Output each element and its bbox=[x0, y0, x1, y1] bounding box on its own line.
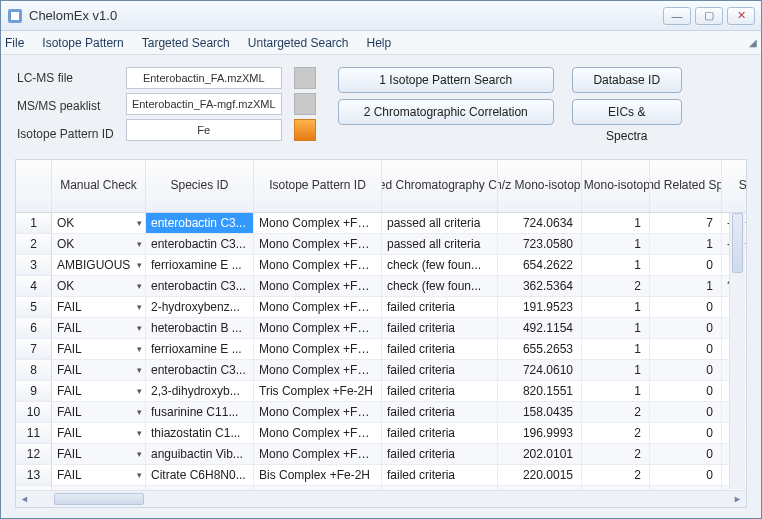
table-row[interactable]: 6FAIL▾heterobactin B ...Mono Complex +Fe… bbox=[16, 318, 746, 339]
col-iso[interactable]: Isotope Pattern ID bbox=[254, 160, 382, 212]
chevron-down-icon[interactable]: ▾ bbox=[137, 318, 142, 338]
menu-untargeted-search[interactable]: Untargeted Search bbox=[248, 36, 349, 50]
vertical-scrollbar[interactable] bbox=[729, 213, 745, 489]
chevron-down-icon[interactable]: ▾ bbox=[137, 360, 142, 380]
iso-cell: Mono Complex +Fe-3H bbox=[254, 318, 382, 338]
msms-browse-button[interactable] bbox=[294, 93, 316, 115]
vscroll-thumb[interactable] bbox=[732, 213, 743, 273]
chevron-down-icon[interactable]: ▾ bbox=[137, 444, 142, 464]
close-button[interactable]: ✕ bbox=[727, 7, 755, 25]
mz-cell: 820.1551 bbox=[498, 381, 582, 401]
manual-check-cell[interactable]: OK▾ bbox=[52, 213, 146, 233]
table-row[interactable]: 4OK▾enterobactin C3...Mono Complex +Fe-3… bbox=[16, 276, 746, 297]
manual-check-cell[interactable]: FAIL▾ bbox=[52, 318, 146, 338]
table-row[interactable]: 1OK▾enterobactin C3...Mono Complex +Fe-2… bbox=[16, 213, 746, 234]
iso-browse-button[interactable] bbox=[294, 119, 316, 141]
msms-file-field[interactable]: Enterobactin_FA-mgf.mzXML bbox=[126, 93, 282, 115]
passed-cell: failed criteria bbox=[382, 381, 498, 401]
iso-cell: Mono Complex +Fe-2H bbox=[254, 213, 382, 233]
maximize-button[interactable]: ▢ bbox=[695, 7, 723, 25]
chevron-down-icon[interactable]: ▾ bbox=[137, 255, 142, 275]
menu-overflow-icon[interactable]: ◢ bbox=[749, 37, 757, 48]
table-row[interactable]: 9FAIL▾2,3-dihydroxyb...Tris Complex +Fe-… bbox=[16, 381, 746, 402]
chevron-down-icon[interactable]: ▾ bbox=[137, 339, 142, 359]
table-row[interactable]: 13FAIL▾Citrate C6H8N0...Bis Complex +Fe-… bbox=[16, 465, 746, 486]
lcms-browse-button[interactable] bbox=[294, 67, 316, 89]
isotope-search-button[interactable]: 1 Isotope Pattern Search bbox=[338, 67, 554, 93]
species-cell[interactable]: 2,3-dihydroxyb... bbox=[146, 381, 254, 401]
table-row[interactable]: 10FAIL▾fusarinine C11...Mono Complex +Fe… bbox=[16, 402, 746, 423]
col-passed[interactable]: Passed Chromatography Criteria bbox=[382, 160, 498, 212]
passed-cell: passed all criteria bbox=[382, 213, 498, 233]
species-cell[interactable]: fusarinine C11... bbox=[146, 402, 254, 422]
manual-check-cell[interactable]: FAIL▾ bbox=[52, 444, 146, 464]
lcms-file-field[interactable]: Enterobactin_FA.mzXML bbox=[126, 67, 282, 89]
species-cell[interactable]: anguibactin Vib... bbox=[146, 444, 254, 464]
z-cell: 2 bbox=[582, 402, 650, 422]
manual-check-cell[interactable]: AMBIGUOUS▾ bbox=[52, 255, 146, 275]
species-cell[interactable]: heterobactin B ... bbox=[146, 318, 254, 338]
menu-file[interactable]: File bbox=[5, 36, 24, 50]
species-cell[interactable]: enterobactin C3... bbox=[146, 276, 254, 296]
chevron-down-icon[interactable]: ▾ bbox=[137, 213, 142, 233]
found-cell: 0 bbox=[650, 339, 722, 359]
manual-check-cell[interactable]: FAIL▾ bbox=[52, 339, 146, 359]
chevron-down-icon[interactable]: ▾ bbox=[137, 423, 142, 443]
chevron-down-icon[interactable]: ▾ bbox=[137, 234, 142, 254]
passed-cell: failed criteria bbox=[382, 423, 498, 443]
species-cell[interactable]: ferrioxamine E ... bbox=[146, 255, 254, 275]
species-cell[interactable]: Citrate C6H8N0... bbox=[146, 465, 254, 485]
col-spe[interactable]: Spe bbox=[722, 160, 747, 212]
table-row[interactable]: 3AMBIGUOUS▾ferrioxamine E ...Mono Comple… bbox=[16, 255, 746, 276]
col-manual[interactable]: Manual Check bbox=[52, 160, 146, 212]
species-cell[interactable]: enterobactin C3... bbox=[146, 234, 254, 254]
database-id-button[interactable]: Database ID bbox=[572, 67, 682, 93]
manual-check-cell[interactable]: OK▾ bbox=[52, 234, 146, 254]
hscroll-left-icon[interactable]: ◄ bbox=[16, 491, 33, 507]
passed-cell: passed all criteria bbox=[382, 234, 498, 254]
hscroll-right-icon[interactable]: ► bbox=[729, 491, 746, 507]
species-cell[interactable]: thiazostatin C1... bbox=[146, 423, 254, 443]
menubar: File Isotope Pattern Targeted Search Unt… bbox=[1, 31, 761, 55]
minimize-button[interactable]: — bbox=[663, 7, 691, 25]
hscroll-thumb[interactable] bbox=[54, 493, 144, 505]
table-row[interactable]: 7FAIL▾ferrioxamine E ...Mono Complex +Fe… bbox=[16, 339, 746, 360]
file-inputs: Enterobactin_FA.mzXML Enterobactin_FA-mg… bbox=[126, 67, 282, 141]
chevron-down-icon[interactable]: ▾ bbox=[137, 465, 142, 485]
col-mz[interactable]: m/z Mono-isotope bbox=[498, 160, 582, 212]
manual-check-cell[interactable]: OK▾ bbox=[52, 276, 146, 296]
manual-check-cell[interactable]: FAIL▾ bbox=[52, 381, 146, 401]
eics-spectra-button[interactable]: EICs & Spectra bbox=[572, 99, 682, 125]
chevron-down-icon[interactable]: ▾ bbox=[137, 402, 142, 422]
manual-check-cell[interactable]: FAIL▾ bbox=[52, 423, 146, 443]
manual-check-cell[interactable]: FAIL▾ bbox=[52, 297, 146, 317]
chrom-correlation-button[interactable]: 2 Chromatographic Correlation bbox=[338, 99, 554, 125]
col-z[interactable]: z Mono-isotope bbox=[582, 160, 650, 212]
manual-check-cell[interactable]: FAIL▾ bbox=[52, 402, 146, 422]
horizontal-scrollbar[interactable]: ◄ ► bbox=[16, 490, 746, 507]
menu-targeted-search[interactable]: Targeted Search bbox=[142, 36, 230, 50]
chevron-down-icon[interactable]: ▾ bbox=[137, 276, 142, 296]
col-found[interactable]: #Found Related Species bbox=[650, 160, 722, 212]
iso-field[interactable]: Fe bbox=[126, 119, 282, 141]
file-pickers bbox=[294, 67, 316, 141]
species-cell[interactable]: 2-hydroxybenz... bbox=[146, 297, 254, 317]
table-row[interactable]: 2OK▾enterobactin C3...Mono Complex +Fe-3… bbox=[16, 234, 746, 255]
z-cell: 1 bbox=[582, 318, 650, 338]
species-cell[interactable]: enterobactin C3... bbox=[146, 213, 254, 233]
chevron-down-icon[interactable]: ▾ bbox=[137, 297, 142, 317]
menu-help[interactable]: Help bbox=[367, 36, 392, 50]
table-row[interactable]: 8FAIL▾enterobactin C3...Mono Complex +Fe… bbox=[16, 360, 746, 381]
table-row[interactable]: 12FAIL▾anguibactin Vib...Mono Complex +F… bbox=[16, 444, 746, 465]
species-cell[interactable]: ferrioxamine E ... bbox=[146, 339, 254, 359]
manual-check-cell[interactable]: FAIL▾ bbox=[52, 360, 146, 380]
manual-check-cell[interactable]: FAIL▾ bbox=[52, 465, 146, 485]
col-species[interactable]: Species ID bbox=[146, 160, 254, 212]
chevron-down-icon[interactable]: ▾ bbox=[137, 381, 142, 401]
species-cell[interactable]: enterobactin C3... bbox=[146, 360, 254, 380]
menu-isotope-pattern[interactable]: Isotope Pattern bbox=[42, 36, 123, 50]
table-row[interactable]: 11FAIL▾thiazostatin C1...Mono Complex +F… bbox=[16, 423, 746, 444]
table-row[interactable]: 5FAIL▾2-hydroxybenz...Mono Complex +Fe-3… bbox=[16, 297, 746, 318]
rownum-cell: 12 bbox=[16, 444, 52, 464]
found-cell: 0 bbox=[650, 444, 722, 464]
